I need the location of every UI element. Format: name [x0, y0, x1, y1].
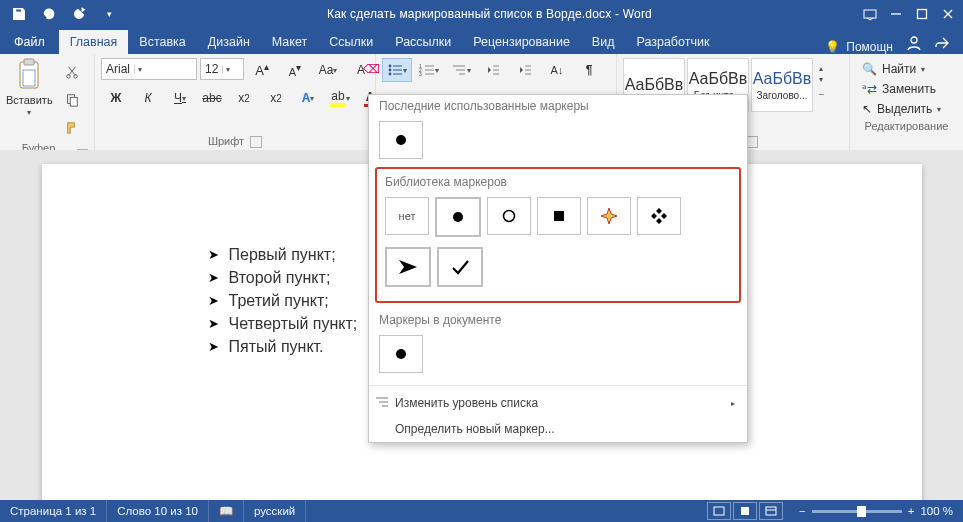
italic-button[interactable]: К [133, 86, 163, 110]
shrink-font-icon[interactable]: A▾ [280, 58, 310, 82]
sort-icon[interactable]: А↓ [542, 58, 572, 82]
show-marks-icon[interactable]: ¶ [574, 58, 604, 82]
ribbon-options-icon[interactable] [857, 3, 883, 25]
replace-button[interactable]: ᵃ⇄Заменить [862, 80, 953, 98]
tab-references[interactable]: Ссылки [318, 30, 384, 54]
save-icon[interactable] [6, 3, 32, 25]
redo-icon[interactable] [66, 3, 92, 25]
copy-icon[interactable] [57, 88, 87, 112]
clear-formatting-icon[interactable]: A⌫ [346, 58, 376, 82]
bullet-library-header: Библиотека маркеров [381, 171, 735, 195]
web-layout-icon[interactable] [759, 502, 783, 520]
group-font: Arial▾ 12▾ A▴ A▾ Aa▾ A⌫ Ж К Ч▾ abc x2 x2… [95, 54, 376, 150]
bullet-none[interactable]: нет [385, 197, 429, 235]
highlight-icon[interactable]: ab▾ [325, 86, 355, 110]
numbering-button[interactable]: 123▾ [414, 58, 444, 82]
superscript-button[interactable]: x2 [261, 86, 291, 110]
recent-bullet-disc[interactable] [379, 121, 423, 159]
zoom-slider[interactable] [812, 510, 902, 513]
font-size-select[interactable]: 12▾ [200, 58, 244, 80]
decrease-indent-icon[interactable] [478, 58, 508, 82]
bullet-checkmark[interactable] [437, 247, 483, 287]
bullet-circle[interactable] [487, 197, 531, 235]
font-dialog-icon[interactable] [250, 136, 262, 148]
account-icon[interactable] [903, 32, 925, 54]
print-layout-icon[interactable] [733, 502, 757, 520]
group-clipboard: Вставить ▾ Буфер обме... [0, 54, 95, 150]
bullets-button[interactable]: ▾ [382, 58, 412, 82]
paste-button[interactable]: Вставить ▾ [6, 58, 53, 117]
close-icon[interactable] [935, 3, 961, 25]
underline-button[interactable]: Ч▾ [165, 86, 195, 110]
doc-bullet-disc[interactable] [379, 335, 423, 373]
tab-developer[interactable]: Разработчик [625, 30, 720, 54]
grow-font-icon[interactable]: A▴ [247, 58, 277, 82]
svg-rect-40 [714, 507, 724, 515]
svg-rect-42 [766, 507, 776, 515]
styles-more-icon[interactable]: ⎯ [819, 86, 824, 95]
tab-layout[interactable]: Макет [261, 30, 318, 54]
tab-home[interactable]: Главная [59, 30, 129, 54]
tab-file[interactable]: Файл [0, 30, 59, 54]
share-icon[interactable] [931, 32, 953, 54]
group-font-label: Шрифт [208, 135, 244, 147]
bold-button[interactable]: Ж [101, 86, 131, 110]
status-language[interactable]: русский [244, 500, 306, 522]
svg-point-11 [389, 65, 392, 68]
tell-me[interactable]: 💡 Помощн [825, 40, 903, 54]
svg-text:3: 3 [419, 71, 422, 77]
maximize-icon[interactable] [909, 3, 935, 25]
status-spellcheck[interactable]: 📖 [209, 500, 244, 522]
zoom-out-icon[interactable]: − [799, 505, 806, 517]
style-heading-preview: АаБбВв [753, 70, 812, 88]
svg-point-33 [453, 212, 463, 222]
tab-design[interactable]: Дизайн [197, 30, 261, 54]
format-painter-icon[interactable] [57, 116, 87, 140]
cut-icon[interactable] [57, 60, 87, 84]
increase-indent-icon[interactable] [510, 58, 540, 82]
define-new-bullet[interactable]: Определить новый маркер... [369, 416, 747, 442]
undo-icon[interactable] [36, 3, 62, 25]
tab-mailings[interactable]: Рассылки [384, 30, 462, 54]
bullet-arrowhead[interactable] [385, 247, 431, 287]
change-case-icon[interactable]: Aa▾ [313, 58, 343, 82]
change-list-level[interactable]: Изменить уровень списка ▸ [369, 390, 747, 416]
zoom-value[interactable]: 100 % [920, 505, 953, 517]
book-check-icon: 📖 [219, 504, 233, 518]
bullet-diamond4[interactable] [637, 197, 681, 235]
svg-rect-10 [70, 97, 77, 106]
define-new-bullet-label: Определить новый маркер... [395, 422, 555, 436]
style-nointerval-preview: АаБбВв [689, 70, 748, 88]
zoom-in-icon[interactable]: + [908, 505, 915, 517]
bullets-dropdown: Последние использованные маркеры Библиот… [368, 94, 748, 443]
status-page[interactable]: Страница 1 из 1 [0, 500, 107, 522]
multilevel-button[interactable]: ▾ [446, 58, 476, 82]
find-button[interactable]: 🔍Найти▾ [862, 60, 953, 78]
subscript-button[interactable]: x2 [229, 86, 259, 110]
font-name-select[interactable]: Arial▾ [101, 58, 197, 80]
cursor-icon: ↖ [862, 102, 872, 116]
tab-view[interactable]: Вид [581, 30, 626, 54]
status-bar: Страница 1 из 1 Слово 10 из 10 📖 русский… [0, 500, 963, 522]
text-effects-icon[interactable]: A▾ [293, 86, 323, 110]
bullet-square[interactable] [537, 197, 581, 235]
styles-up-icon[interactable]: ▴ [819, 64, 824, 73]
read-mode-icon[interactable] [707, 502, 731, 520]
styles-down-icon[interactable]: ▾ [819, 75, 824, 84]
status-words[interactable]: Слово 10 из 10 [107, 500, 209, 522]
minimize-icon[interactable] [883, 3, 909, 25]
bullet-4point[interactable] [587, 197, 631, 235]
tab-review[interactable]: Рецензирование [462, 30, 581, 54]
qat-more-icon[interactable]: ▾ [96, 3, 122, 25]
ribbon-tabs: Файл Главная Вставка Дизайн Макет Ссылки… [0, 28, 963, 54]
svg-rect-41 [741, 507, 749, 515]
tab-insert[interactable]: Вставка [128, 30, 196, 54]
svg-point-32 [396, 135, 406, 145]
group-editing: 🔍Найти▾ ᵃ⇄Заменить ↖Выделить▾ Редактиров… [850, 54, 963, 150]
window-controls [857, 3, 961, 25]
strikethrough-button[interactable]: abc [197, 86, 227, 110]
select-button[interactable]: ↖Выделить▾ [862, 100, 953, 118]
zoom-control[interactable]: − + 100 % [789, 505, 963, 517]
group-editing-label: Редактирование [865, 120, 949, 132]
bullet-disc[interactable] [435, 197, 481, 237]
